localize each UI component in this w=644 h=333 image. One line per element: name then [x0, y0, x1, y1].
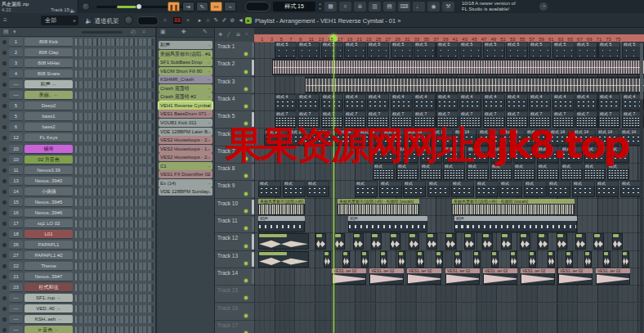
channel-mute-led[interactable] [2, 83, 7, 87]
drag-handle-icon[interactable]: ↔ [207, 128, 212, 136]
channel-mute-led[interactable] [2, 200, 7, 205]
channel-number-button[interactable]: 5 [9, 101, 23, 110]
clip[interactable]: 样式 [258, 181, 281, 197]
clip[interactable]: 样式 4 [459, 94, 481, 110]
channel-name-button[interactable]: Nexus..39#5 [25, 198, 73, 207]
track-lane[interactable]: 样式样式样式样式样式样式样式样式样式样式样式样式样式样式样式 [254, 181, 644, 198]
track-lane[interactable] [254, 304, 644, 321]
track-lane[interactable] [254, 251, 644, 268]
drag-handle-icon[interactable]: ↔ [207, 110, 212, 118]
clip[interactable] [529, 251, 536, 268]
menu-icon[interactable]: ≡ [3, 16, 7, 24]
channel-step-grid[interactable] [79, 188, 154, 196]
channel-step-grid[interactable] [79, 263, 154, 270]
graph-icon[interactable]: ⌗ [163, 17, 167, 24]
clip[interactable]: 样式 5 [529, 42, 551, 58]
playlist-plugin-icon[interactable]: ▸ [245, 17, 252, 24]
rack-graph-icon[interactable]: ◴ [131, 29, 136, 35]
channel-mute-led[interactable] [2, 169, 7, 173]
channel-name-button[interactable]: Theme [25, 262, 73, 271]
drag-handle-icon[interactable]: ↔ [207, 101, 212, 110]
clip[interactable]: 样式 4 [344, 94, 366, 110]
channel-mute-led[interactable] [2, 307, 7, 311]
clip[interactable] [390, 233, 400, 250]
clip[interactable] [491, 251, 499, 268]
channel-mute-led[interactable] [2, 115, 7, 119]
clip[interactable]: 美丽风景都市(说唱小样) - 程雨晴 [vocals] [338, 199, 419, 215]
channel-mute-led[interactable] [2, 61, 7, 65]
clip[interactable]: 和声 [454, 216, 577, 232]
track-enable-led[interactable] [244, 209, 248, 213]
drag-handle-icon[interactable]: ↔ [207, 179, 212, 187]
clip[interactable]: 样式 5 [275, 42, 297, 58]
clip[interactable]: 样式 [451, 181, 474, 197]
clip[interactable]: 样式 5 [506, 42, 528, 58]
channel-name-button[interactable]: 小俩俩 [25, 187, 73, 196]
clip[interactable] [548, 251, 555, 268]
drag-handle-icon[interactable]: ↔ [57, 317, 62, 322]
clip[interactable]: 样式 4 [275, 94, 297, 110]
track-header[interactable]: Track 12 [215, 233, 254, 250]
slider-handle[interactable] [136, 3, 142, 10]
channel-number-button[interactable]: 2 [9, 48, 23, 57]
drag-handle-icon[interactable]: ↔ [56, 295, 61, 300]
track-enable-led[interactable] [244, 245, 248, 248]
swing-knob[interactable] [124, 16, 133, 25]
clip[interactable]: 样式 4 [367, 94, 389, 110]
clip[interactable]: VES1..ter 02 [332, 268, 366, 285]
channel-name-button[interactable]: 柱式和弦 [25, 283, 73, 292]
channel-name-button[interactable]: Nexus3.39 [25, 166, 73, 175]
track-header[interactable]: Track 3 [215, 77, 254, 94]
clip[interactable] [622, 251, 629, 268]
channel-number-button[interactable]: 20 [9, 145, 23, 154]
draw-tool-icon[interactable]: ✎ [212, 16, 220, 25]
channel-mute-led[interactable] [2, 232, 7, 236]
drag-handle-icon[interactable]: ↔ [207, 84, 212, 92]
track-lane[interactable]: 美丽风景都市(说唱小样) - 程雨晴 [vocals]美丽风景都市(说唱小样) … [254, 199, 644, 216]
channel-name-button[interactable]: L01 [25, 230, 73, 239]
mute-tool-icon[interactable]: ◄ [237, 16, 244, 25]
channel-step-grid[interactable] [79, 178, 154, 185]
picker-item[interactable]: VES2 Houseloops - 2.. ↔ [159, 136, 212, 144]
clip[interactable]: 样式 [548, 181, 570, 197]
channel-name-button[interactable]: bass1 [25, 112, 73, 121]
channel-mute-led[interactable] [2, 275, 7, 279]
clip[interactable]: 样式 [403, 181, 426, 197]
clip[interactable] [566, 251, 573, 268]
channel-mute-led[interactable] [2, 190, 7, 194]
clip[interactable]: 样式 4 [598, 94, 620, 110]
channel-mute-led[interactable] [2, 147, 7, 151]
channel-name-button[interactable]: tr 蓝色↔ [25, 326, 73, 333]
magnet-icon[interactable]: ∩ [204, 16, 212, 25]
clip[interactable] [371, 233, 382, 250]
channel-name-button[interactable]: 美丽..↔ [25, 91, 73, 100]
track-header[interactable]: Track 15 [215, 286, 254, 303]
track-lane[interactable]: 样式 5样式 5样式 5样式 5样式 5样式 5样式 5样式 5样式 5样式 5… [254, 42, 644, 59]
zoom-icon[interactable]: ⌕ [245, 31, 248, 37]
tools-icon[interactable]: ⚒ [442, 2, 454, 11]
clip[interactable]: 样式 5 [414, 42, 436, 58]
channel-name-button[interactable]: 02 升音色 [25, 155, 73, 164]
channel-filter-select[interactable]: 全部 ▸ [41, 16, 78, 25]
clip[interactable]: 样式 4 [529, 94, 551, 110]
channel-name-button[interactable]: PAPAPL1 [25, 241, 73, 250]
drag-handle-icon[interactable]: ↔ [207, 136, 212, 144]
clip[interactable]: 样式 4 [297, 94, 320, 110]
pattern-selector[interactable]: 样式 15 [273, 2, 315, 11]
channel-name-button[interactable]: SF1..rup↔ [25, 294, 73, 303]
rack-keys-icon[interactable]: ⌗ [142, 29, 145, 35]
select-icon[interactable]: ⊞ [236, 31, 240, 37]
track-enable-led[interactable] [244, 174, 248, 178]
channel-step-grid[interactable] [79, 92, 154, 99]
clip[interactable] [417, 251, 424, 268]
channel-name-button[interactable]: 808 Clap [25, 48, 73, 57]
channel-step-grid[interactable] [79, 273, 154, 281]
channel-step-grid[interactable] [79, 102, 154, 110]
channel-step-grid[interactable] [79, 295, 154, 302]
channel-mute-led[interactable] [2, 179, 7, 183]
paint-tool-icon[interactable]: ✐ [221, 16, 228, 25]
picker-item[interactable]: VES2 Houseloops - 2.. ↔ [159, 153, 212, 161]
picker-item[interactable]: Ex (14) ↔ [159, 179, 212, 187]
track-lane[interactable] [254, 233, 644, 250]
channel-number-button[interactable]: 13 [9, 177, 23, 186]
